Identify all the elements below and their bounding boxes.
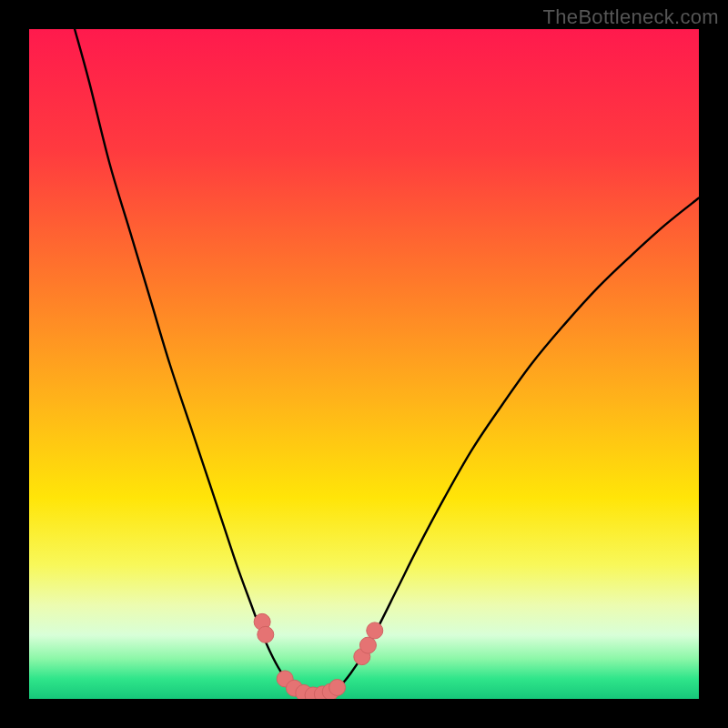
chart-svg — [29, 29, 699, 699]
chart-background — [29, 29, 699, 699]
chart-frame: TheBottleneck.com — [0, 0, 728, 728]
curve-marker — [367, 622, 383, 639]
curve-marker — [258, 626, 274, 642]
curve-marker — [359, 637, 376, 653]
chart-plot-area — [29, 29, 699, 699]
curve-marker — [329, 679, 346, 695]
watermark-text: TheBottleneck.com — [543, 5, 719, 29]
